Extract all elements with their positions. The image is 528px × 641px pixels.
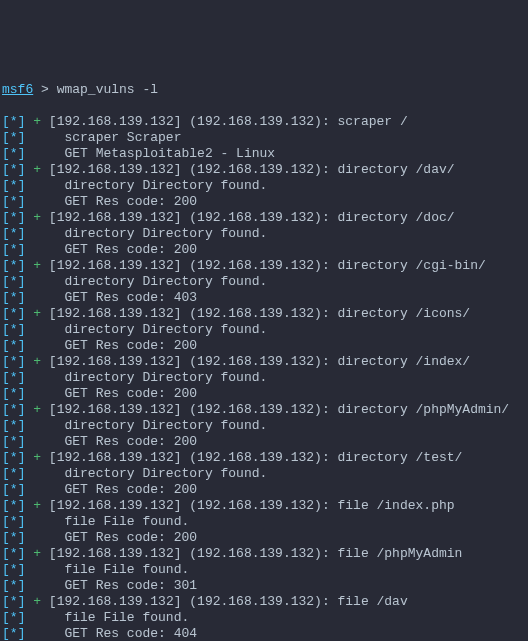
bracket-icon: [ bbox=[2, 322, 10, 337]
bracket-icon: [ bbox=[2, 530, 10, 545]
prompt-line[interactable]: msf6 > wmap_vulns -l bbox=[2, 82, 526, 98]
output-line: [*] file File found. bbox=[2, 562, 526, 578]
plus-icon: + bbox=[33, 594, 41, 609]
terminal-output: msf6 > wmap_vulns -l [*] + [192.168.139.… bbox=[2, 66, 526, 641]
star-icon: * bbox=[10, 114, 18, 129]
line-content: [192.168.139.132] (192.168.139.132): dir… bbox=[41, 258, 486, 273]
star-icon: * bbox=[10, 402, 18, 417]
plus-icon: + bbox=[33, 258, 41, 273]
line-content: GET Res code: 403 bbox=[64, 290, 197, 305]
line-content: [192.168.139.132] (192.168.139.132): dir… bbox=[41, 210, 454, 225]
star-icon: * bbox=[10, 466, 18, 481]
bracket-icon: [ bbox=[2, 354, 10, 369]
star-icon: * bbox=[10, 482, 18, 497]
line-content: GET Res code: 404 bbox=[64, 626, 197, 641]
output-line: [*] + [192.168.139.132] (192.168.139.132… bbox=[2, 594, 526, 610]
line-content: GET Res code: 200 bbox=[64, 242, 197, 257]
output-line: [*] scraper Scraper bbox=[2, 130, 526, 146]
bracket-icon: [ bbox=[2, 338, 10, 353]
star-icon: * bbox=[10, 258, 18, 273]
bracket-icon: [ bbox=[2, 290, 10, 305]
star-icon: * bbox=[10, 578, 18, 593]
prompt-prefix: msf6 bbox=[2, 82, 33, 97]
star-icon: * bbox=[10, 130, 18, 145]
bracket-icon: [ bbox=[2, 594, 10, 609]
output-line: [*] directory Directory found. bbox=[2, 418, 526, 434]
bracket-icon: [ bbox=[2, 370, 10, 385]
line-content: GET Res code: 301 bbox=[64, 578, 197, 593]
star-icon: * bbox=[10, 210, 18, 225]
bracket-icon: [ bbox=[2, 434, 10, 449]
star-icon: * bbox=[10, 306, 18, 321]
star-icon: * bbox=[10, 274, 18, 289]
plus-icon: + bbox=[33, 114, 41, 129]
star-icon: * bbox=[10, 354, 18, 369]
bracket-icon: [ bbox=[2, 194, 10, 209]
line-content: [192.168.139.132] (192.168.139.132): dir… bbox=[41, 402, 509, 417]
bracket-icon: [ bbox=[2, 258, 10, 273]
star-icon: * bbox=[10, 386, 18, 401]
output-line: [*] GET Res code: 404 bbox=[2, 626, 526, 641]
output-line: [*] GET Res code: 200 bbox=[2, 338, 526, 354]
line-content: [192.168.139.132] (192.168.139.132): dir… bbox=[41, 162, 454, 177]
output-line: [*] directory Directory found. bbox=[2, 322, 526, 338]
line-content: directory Directory found. bbox=[64, 274, 267, 289]
output-line: [*] + [192.168.139.132] (192.168.139.132… bbox=[2, 258, 526, 274]
output-line: [*] GET Res code: 403 bbox=[2, 290, 526, 306]
bracket-icon: [ bbox=[2, 578, 10, 593]
star-icon: * bbox=[10, 194, 18, 209]
star-icon: * bbox=[10, 562, 18, 577]
bracket-icon: [ bbox=[2, 546, 10, 561]
star-icon: * bbox=[10, 290, 18, 305]
output-lines: [*] + [192.168.139.132] (192.168.139.132… bbox=[2, 114, 526, 641]
line-content: [192.168.139.132] (192.168.139.132): fil… bbox=[41, 546, 462, 561]
output-line: [*] file File found. bbox=[2, 514, 526, 530]
line-content: directory Directory found. bbox=[64, 322, 267, 337]
output-line: [*] GET Res code: 200 bbox=[2, 482, 526, 498]
star-icon: * bbox=[10, 322, 18, 337]
line-content: directory Directory found. bbox=[64, 370, 267, 385]
output-line: [*] directory Directory found. bbox=[2, 370, 526, 386]
line-content: directory Directory found. bbox=[64, 466, 267, 481]
bracket-icon: [ bbox=[2, 418, 10, 433]
output-line: [*] directory Directory found. bbox=[2, 226, 526, 242]
star-icon: * bbox=[10, 498, 18, 513]
plus-icon: + bbox=[33, 306, 41, 321]
output-line: [*] GET Metasploitable2 - Linux bbox=[2, 146, 526, 162]
bracket-icon: [ bbox=[2, 178, 10, 193]
star-icon: * bbox=[10, 162, 18, 177]
plus-icon: + bbox=[33, 354, 41, 369]
bracket-icon: [ bbox=[2, 610, 10, 625]
output-line: [*] + [192.168.139.132] (192.168.139.132… bbox=[2, 162, 526, 178]
bracket-icon: [ bbox=[2, 450, 10, 465]
line-content: GET Res code: 200 bbox=[64, 434, 197, 449]
line-content: [192.168.139.132] (192.168.139.132): fil… bbox=[41, 498, 454, 513]
bracket-icon: [ bbox=[2, 498, 10, 513]
star-icon: * bbox=[10, 626, 18, 641]
star-icon: * bbox=[10, 226, 18, 241]
plus-icon: + bbox=[33, 546, 41, 561]
line-content: GET Res code: 200 bbox=[64, 530, 197, 545]
line-content: [192.168.139.132] (192.168.139.132): fil… bbox=[41, 594, 408, 609]
bracket-icon: [ bbox=[2, 114, 10, 129]
line-content: scraper Scraper bbox=[64, 130, 181, 145]
bracket-icon: [ bbox=[2, 242, 10, 257]
line-content: directory Directory found. bbox=[64, 226, 267, 241]
bracket-icon: [ bbox=[2, 466, 10, 481]
output-line: [*] + [192.168.139.132] (192.168.139.132… bbox=[2, 114, 526, 130]
line-content: directory Directory found. bbox=[64, 178, 267, 193]
output-line: [*] + [192.168.139.132] (192.168.139.132… bbox=[2, 498, 526, 514]
prompt-sep: > bbox=[33, 82, 56, 97]
star-icon: * bbox=[10, 146, 18, 161]
bracket-icon: [ bbox=[2, 210, 10, 225]
bracket-icon: [ bbox=[2, 130, 10, 145]
output-line: [*] directory Directory found. bbox=[2, 178, 526, 194]
star-icon: * bbox=[10, 418, 18, 433]
bracket-icon: [ bbox=[2, 514, 10, 529]
line-content: file File found. bbox=[64, 610, 189, 625]
line-content: GET Res code: 200 bbox=[64, 386, 197, 401]
line-content: GET Res code: 200 bbox=[64, 482, 197, 497]
bracket-icon: [ bbox=[2, 306, 10, 321]
star-icon: * bbox=[10, 178, 18, 193]
plus-icon: + bbox=[33, 210, 41, 225]
